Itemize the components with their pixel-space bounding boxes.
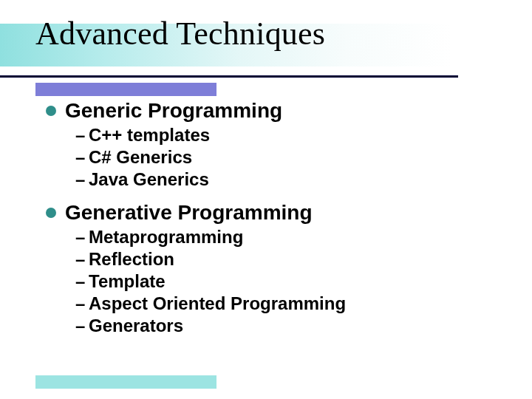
accent-bar-top bbox=[35, 83, 216, 96]
content-area: Generic Programming –C++ templates –C# G… bbox=[46, 99, 510, 347]
bullet-heading: Generic Programming bbox=[65, 99, 282, 122]
list-item: –Generators bbox=[75, 315, 510, 337]
list-item-label: Java Generics bbox=[89, 169, 209, 189]
list-item-label: C# Generics bbox=[89, 147, 192, 167]
sub-list-generative: –Metaprogramming –Reflection –Template –… bbox=[75, 226, 510, 337]
bullet-dot-icon bbox=[46, 208, 56, 218]
bullet-generative-programming: Generative Programming bbox=[46, 201, 510, 225]
list-item: –Metaprogramming bbox=[75, 226, 510, 248]
bullet-generic-programming: Generic Programming bbox=[46, 99, 510, 123]
list-item-label: Metaprogramming bbox=[89, 227, 243, 247]
accent-bar-bottom bbox=[35, 375, 216, 389]
slide: Advanced Techniques Generic Programming … bbox=[0, 0, 532, 399]
list-item: –Template bbox=[75, 270, 510, 293]
list-item-label: Generators bbox=[89, 316, 183, 335]
list-item-label: Template bbox=[89, 271, 166, 291]
bullet-heading: Generative Programming bbox=[65, 201, 313, 224]
bullet-dot-icon bbox=[46, 106, 56, 116]
sub-list-generic: –C++ templates –C# Generics –Java Generi… bbox=[75, 124, 510, 191]
list-item: –C# Generics bbox=[75, 146, 510, 168]
list-item: –Aspect Oriented Programming bbox=[75, 293, 510, 315]
list-item: –Reflection bbox=[75, 248, 510, 270]
list-item: –Java Generics bbox=[75, 168, 510, 191]
list-item-label: C++ templates bbox=[89, 125, 210, 145]
list-item-label: Aspect Oriented Programming bbox=[89, 293, 346, 313]
list-item-label: Reflection bbox=[89, 249, 174, 269]
list-item: –C++ templates bbox=[75, 124, 510, 146]
slide-title: Advanced Techniques bbox=[35, 15, 325, 52]
title-underline bbox=[0, 75, 458, 78]
